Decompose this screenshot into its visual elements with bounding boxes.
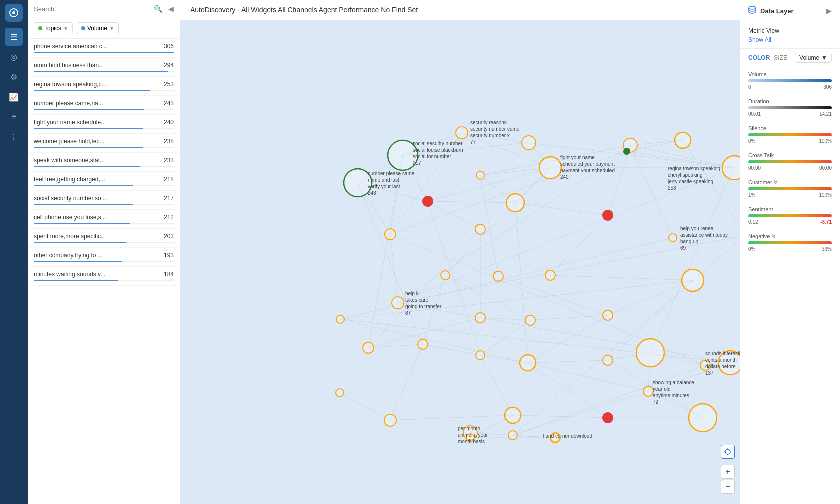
node-n30[interactable] bbox=[520, 355, 536, 371]
node-n28[interactable] bbox=[418, 340, 428, 350]
node-n2[interactable]: number please camename and lastverify yo… bbox=[344, 169, 415, 197]
topic-item[interactable]: spent more,more specific... 203 bbox=[28, 229, 180, 248]
nav-list-icon[interactable]: ≡ bbox=[5, 108, 23, 126]
node-n15[interactable] bbox=[476, 224, 486, 234]
topic-item[interactable]: speak with someone,stat... 233 bbox=[28, 153, 180, 172]
node-circle bbox=[476, 313, 486, 323]
node-n36[interactable] bbox=[384, 414, 396, 426]
node-n26[interactable] bbox=[336, 316, 344, 324]
node-n25[interactable] bbox=[682, 270, 704, 292]
node-n18[interactable] bbox=[546, 270, 556, 280]
topic-item[interactable]: welcome please hold,tec... 238 bbox=[28, 134, 180, 153]
node-n45[interactable]: hand corner download bbox=[543, 433, 592, 443]
node-n4[interactable] bbox=[522, 136, 536, 150]
node-circle bbox=[476, 351, 485, 360]
node-label: sounds interesting bbox=[706, 351, 740, 356]
node-n39[interactable] bbox=[689, 404, 717, 432]
topic-name: other company,trying to ... bbox=[34, 252, 103, 259]
main-area: AutoDiscovery - All Widgets All Channels… bbox=[180, 0, 740, 504]
topic-item[interactable]: social security number,so... 217 bbox=[28, 191, 180, 210]
color-size-tabs: COLOR SIZE Volume ▼ bbox=[740, 49, 840, 68]
node-n41[interactable] bbox=[508, 431, 518, 440]
metric-range-sentiment: 0.12 -3.71 bbox=[748, 220, 832, 225]
node-n1[interactable]: social security numbersocial louise blac… bbox=[388, 140, 464, 170]
nav-analytics-icon[interactable]: ◎ bbox=[5, 48, 23, 66]
node-n7[interactable] bbox=[506, 194, 524, 212]
app-logo[interactable] bbox=[5, 4, 23, 22]
topic-bar-bg bbox=[34, 261, 174, 262]
node-n44[interactable]: per monthanimal a yearmonth basis bbox=[458, 426, 488, 444]
node-label: anytime minutes bbox=[653, 393, 690, 398]
metric-dropdown[interactable]: Volume ▼ bbox=[795, 53, 832, 63]
node-n21[interactable]: help ktakes caregoing to transfer87 bbox=[392, 291, 442, 316]
network-graph[interactable]: social security numbersocial louise blac… bbox=[180, 20, 740, 504]
node-n12[interactable] bbox=[624, 148, 630, 154]
nav-more-icon[interactable]: ⋮ bbox=[5, 128, 23, 146]
nav-settings-icon[interactable]: ⚙ bbox=[5, 68, 23, 86]
node-n24[interactable] bbox=[603, 310, 613, 320]
collapse-left-btn[interactable]: ◀ bbox=[168, 5, 174, 13]
node-n17[interactable] bbox=[494, 272, 504, 282]
topics-filter[interactable]: Topics ▼ bbox=[34, 22, 73, 34]
node-n22[interactable] bbox=[476, 313, 486, 323]
zoom-out-button[interactable]: − bbox=[721, 480, 735, 494]
node-n27[interactable] bbox=[363, 342, 374, 354]
node-n14[interactable] bbox=[385, 229, 396, 240]
network-edge bbox=[550, 216, 608, 276]
node-label: help you renee bbox=[680, 226, 714, 232]
node-n3[interactable]: security reasonssecurity number camesecu… bbox=[456, 120, 520, 145]
network-edge bbox=[390, 344, 423, 420]
topic-item[interactable]: fight your name,schedule... 240 bbox=[28, 115, 180, 134]
node-n38[interactable] bbox=[603, 413, 613, 423]
topic-item[interactable]: other company,trying to ... 193 bbox=[28, 248, 180, 267]
node-circle bbox=[669, 234, 677, 242]
visualization-area[interactable]: social security numbersocial louise blac… bbox=[180, 20, 740, 504]
node-label: hand corner download bbox=[543, 434, 592, 439]
size-tab[interactable]: SIZE bbox=[774, 54, 788, 62]
color-tab[interactable]: COLOR bbox=[748, 54, 770, 62]
node-n32[interactable] bbox=[636, 339, 664, 367]
topic-bar-bg bbox=[34, 242, 174, 244]
topic-name: feel free,getting charged,... bbox=[34, 176, 106, 183]
node-n11[interactable] bbox=[675, 132, 691, 148]
node-n9[interactable] bbox=[603, 210, 613, 220]
node-circle bbox=[603, 356, 613, 366]
topic-name: minutes waiting,sounds v... bbox=[34, 271, 106, 278]
search-input[interactable] bbox=[34, 6, 150, 13]
node-n37[interactable] bbox=[505, 408, 521, 424]
node-n29[interactable] bbox=[476, 351, 485, 360]
node-n16[interactable] bbox=[441, 271, 450, 280]
node-circle bbox=[522, 136, 536, 150]
metric-min-silence: 0% bbox=[748, 138, 756, 144]
topic-count: 218 bbox=[164, 176, 174, 183]
topic-count: 217 bbox=[164, 195, 174, 202]
topic-item[interactable]: number please came,na... 243 bbox=[28, 96, 180, 115]
metric-max-duration: 14:21 bbox=[820, 112, 832, 117]
locate-button[interactable] bbox=[721, 445, 735, 459]
nav-chart-icon[interactable]: 📈 bbox=[5, 88, 23, 106]
search-icon[interactable]: 🔍 bbox=[154, 5, 162, 13]
topic-item[interactable]: cell phone,use you lose,s... 212 bbox=[28, 210, 180, 229]
node-n8[interactable] bbox=[476, 172, 484, 180]
nav-home-icon[interactable]: ☰ bbox=[5, 28, 23, 46]
node-n34[interactable]: sounds interestingcents a monthdollars b… bbox=[706, 351, 740, 376]
volume-label: Volume bbox=[88, 25, 108, 32]
topic-item[interactable]: feel free,getting charged,... 218 bbox=[28, 172, 180, 191]
node-n23[interactable] bbox=[526, 316, 536, 326]
zoom-in-button[interactable]: + bbox=[721, 465, 735, 479]
show-all-link[interactable]: Show All bbox=[748, 36, 772, 44]
topic-item[interactable]: minutes waiting,sounds v... 184 bbox=[28, 267, 180, 286]
node-n31[interactable] bbox=[603, 356, 613, 366]
volume-filter[interactable]: Volume ▼ bbox=[77, 22, 119, 34]
topic-count: 243 bbox=[164, 100, 174, 107]
topic-item[interactable]: umm hold,business than... 294 bbox=[28, 58, 180, 77]
search-bar: 🔍 ◀ bbox=[28, 0, 180, 18]
node-n6[interactable] bbox=[423, 196, 433, 206]
node-n35[interactable] bbox=[336, 389, 344, 397]
expand-right-btn[interactable]: ▶ bbox=[826, 7, 832, 15]
node-label: social for number bbox=[413, 154, 452, 160]
network-edge bbox=[528, 363, 608, 418]
node-n5[interactable]: fight your namescheduled your paymentpay… bbox=[540, 155, 615, 180]
topic-item[interactable]: regina towson speaking,c... 253 bbox=[28, 77, 180, 96]
topic-item[interactable]: phone service,american c... 306 bbox=[28, 39, 180, 58]
